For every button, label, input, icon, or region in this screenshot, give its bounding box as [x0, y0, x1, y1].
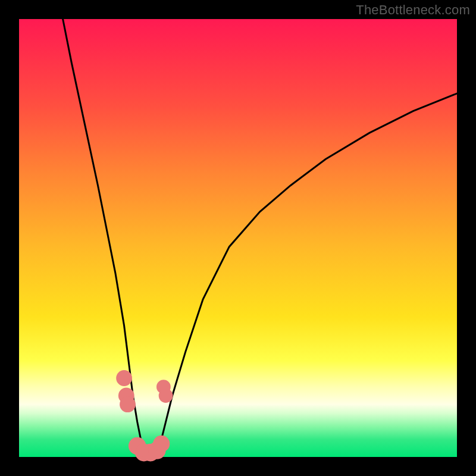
watermark-text: TheBottleneck.com: [356, 2, 470, 18]
marker-left-1: [116, 370, 132, 386]
data-markers: [116, 370, 173, 461]
marker-left-3: [120, 396, 136, 412]
plot-area: [19, 19, 457, 457]
marker-bottom-5: [153, 436, 170, 452]
marker-right-2: [159, 389, 173, 403]
chart-frame: TheBottleneck.com: [0, 0, 476, 476]
curve-layer: [19, 19, 457, 457]
